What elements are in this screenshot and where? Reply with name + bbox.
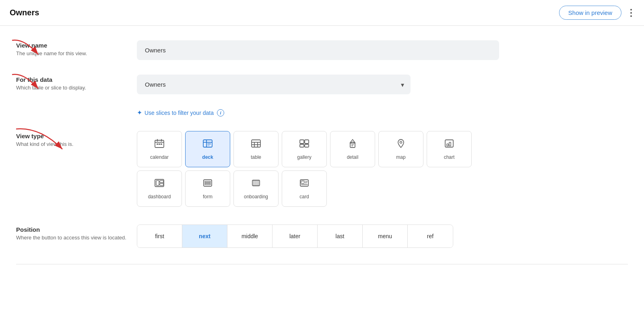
view-type-table[interactable]: table — [233, 131, 279, 167]
slices-info-icon[interactable]: i — [217, 109, 224, 116]
view-name-input[interactable] — [137, 40, 499, 60]
show-preview-button[interactable]: Show in preview — [559, 6, 621, 20]
view-type-content: calendar deck — [137, 131, 499, 210]
for-this-data-section: For this data Which table or slice to di… — [16, 75, 628, 94]
view-type-row-1: calendar deck — [137, 131, 499, 167]
detail-icon — [347, 138, 358, 151]
position-ref[interactable]: ref — [408, 225, 453, 247]
onboarding-icon — [251, 178, 261, 191]
header-actions: Show in preview — [559, 6, 634, 20]
view-type-form[interactable]: form — [185, 170, 230, 207]
view-type-map-label: map — [396, 154, 405, 160]
svg-rect-39 — [205, 183, 211, 185]
view-name-section: View name The unique name for this view. — [16, 40, 628, 60]
position-next[interactable]: next — [182, 225, 227, 247]
view-type-detail[interactable]: detail — [330, 131, 375, 167]
slices-section: ✦ Use slices to filter your data i — [137, 109, 628, 116]
svg-rect-34 — [156, 181, 159, 185]
position-later[interactable]: later — [272, 225, 318, 247]
more-options-icon[interactable] — [628, 7, 634, 19]
svg-marker-24 — [350, 139, 355, 143]
view-name-description: The unique name for this view. — [16, 50, 137, 56]
position-grid: first next middle later last menu ref — [137, 225, 453, 248]
dashboard-icon — [154, 178, 165, 191]
sparkle-icon: ✦ — [137, 109, 142, 116]
for-data-description: Which table or slice to display. — [16, 85, 137, 91]
view-type-description: What kind of view this is. — [16, 141, 137, 147]
position-first[interactable]: first — [137, 225, 182, 247]
svg-rect-36 — [160, 183, 163, 185]
svg-rect-31 — [449, 142, 451, 146]
view-type-onboarding[interactable]: onboarding — [233, 170, 279, 207]
position-description: Where the button to access this view is … — [16, 235, 137, 241]
svg-rect-37 — [204, 180, 212, 186]
view-type-card[interactable]: card — [282, 170, 327, 207]
svg-rect-13 — [207, 143, 211, 145]
position-section: Position Where the button to access this… — [16, 225, 628, 248]
position-content: first next middle later last menu ref — [137, 225, 499, 248]
deck-icon — [202, 138, 213, 151]
slices-link-text: Use slices to filter your data — [144, 110, 214, 116]
position-middle[interactable]: middle — [227, 225, 272, 247]
position-menu[interactable]: menu — [363, 225, 408, 247]
view-type-detail-label: detail — [347, 154, 359, 160]
view-type-card-label: card — [299, 194, 309, 200]
page-title: Owners — [10, 8, 39, 17]
header: Owners Show in preview — [0, 0, 644, 26]
svg-point-28 — [400, 141, 402, 143]
svg-rect-8 — [159, 143, 160, 145]
view-type-calendar-label: calendar — [150, 154, 169, 160]
svg-rect-15 — [252, 140, 260, 147]
view-type-map[interactable]: map — [378, 131, 423, 167]
view-type-dashboard[interactable]: dashboard — [137, 170, 182, 207]
svg-rect-38 — [205, 181, 211, 183]
card-icon — [299, 178, 310, 191]
chart-icon — [444, 138, 454, 151]
data-select-wrapper: Owners Tasks Projects Users ▾ — [137, 75, 411, 94]
view-type-calendar[interactable]: calendar — [137, 131, 182, 167]
view-type-dashboard-label: dashboard — [148, 194, 171, 200]
view-type-gallery-label: gallery — [297, 154, 311, 160]
svg-rect-21 — [305, 140, 309, 143]
for-data-content: Owners Tasks Projects Users ▾ — [137, 75, 499, 94]
view-type-deck[interactable]: deck — [185, 131, 230, 167]
svg-rect-25 — [350, 143, 355, 148]
view-type-chart[interactable]: chart — [427, 131, 472, 167]
view-type-form-label: form — [203, 194, 213, 200]
main-content: View name The unique name for this view.… — [0, 26, 628, 279]
svg-rect-20 — [300, 140, 304, 143]
view-type-section: View type What kind of view this is. — [16, 131, 628, 210]
view-type-table-label: table — [251, 154, 261, 160]
for-data-select[interactable]: Owners Tasks Projects Users — [137, 75, 411, 94]
calendar-icon — [154, 138, 165, 151]
map-icon — [396, 138, 406, 151]
svg-rect-9 — [161, 143, 162, 145]
view-type-row-2: dashboard form — [137, 170, 499, 207]
position-last[interactable]: last — [318, 225, 363, 247]
view-name-content — [137, 40, 499, 60]
svg-rect-30 — [447, 144, 448, 146]
svg-rect-35 — [160, 181, 163, 183]
view-type-onboarding-label: onboarding — [244, 194, 268, 200]
svg-rect-23 — [305, 144, 309, 147]
for-data-label-group: For this data Which table or slice to di… — [16, 75, 137, 91]
position-label-group: Position Where the button to access this… — [16, 225, 137, 241]
view-type-gallery[interactable]: gallery — [282, 131, 327, 167]
position-label: Position — [16, 226, 137, 233]
svg-rect-22 — [300, 144, 304, 147]
svg-rect-14 — [207, 145, 210, 146]
bottom-divider — [16, 264, 628, 264]
view-type-label-group: View type What kind of view this is. — [16, 131, 137, 147]
svg-rect-44 — [301, 181, 304, 183]
view-name-label-group: View name The unique name for this view. — [16, 40, 137, 56]
view-type-chart-label: chart — [444, 154, 455, 160]
for-data-label: For this data — [16, 76, 137, 83]
form-icon — [202, 178, 213, 191]
view-type-deck-label: deck — [202, 154, 213, 160]
svg-rect-7 — [157, 143, 158, 145]
view-name-label: View name — [16, 42, 137, 49]
slices-link[interactable]: ✦ Use slices to filter your data — [137, 109, 214, 116]
view-type-label: View type — [16, 133, 137, 139]
table-icon — [251, 138, 261, 151]
gallery-icon — [299, 138, 310, 151]
